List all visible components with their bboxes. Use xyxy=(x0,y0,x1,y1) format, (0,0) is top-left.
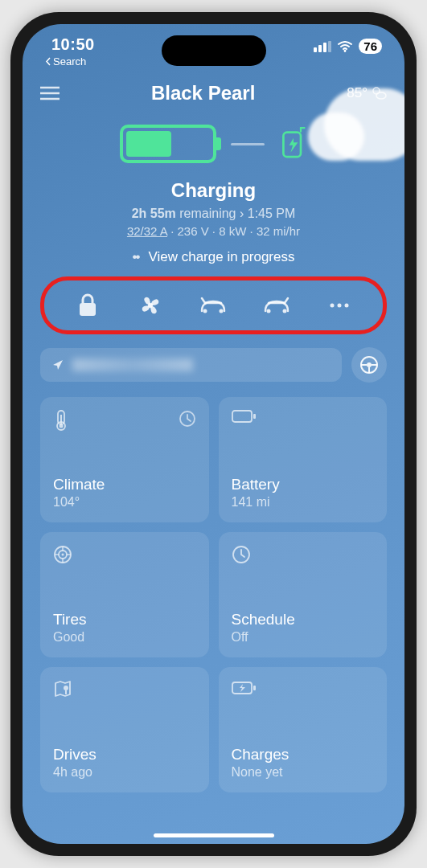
tires-tile[interactable]: Tires Good xyxy=(40,532,209,657)
trunk-button[interactable] xyxy=(253,288,300,323)
app-header: Black Pearl 85° xyxy=(23,68,404,113)
hamburger-icon xyxy=(40,86,60,100)
drives-tile[interactable]: Drives 4h ago xyxy=(40,667,209,792)
battery-percent: 76 xyxy=(363,39,377,53)
clock: 10:50 xyxy=(51,35,95,54)
remaining-label: remaining xyxy=(179,207,236,220)
battery-fill xyxy=(126,131,171,157)
charge-rate: 32 mi/hr xyxy=(257,224,300,238)
thermometer-icon xyxy=(53,410,69,431)
tile-value: 141 mi xyxy=(232,495,375,510)
charger-icon xyxy=(279,126,308,162)
more-icon xyxy=(329,302,350,309)
svg-point-21 xyxy=(367,362,372,367)
battery-tile[interactable]: Battery 141 mi xyxy=(219,397,388,522)
frunk-icon xyxy=(199,295,228,316)
tile-title: Tires xyxy=(53,611,196,628)
lock-button[interactable] xyxy=(64,288,111,323)
tile-title: Battery xyxy=(232,476,375,493)
svg-point-9 xyxy=(376,92,386,99)
tile-value: 4h ago xyxy=(53,765,196,780)
svg-rect-11 xyxy=(80,303,96,316)
svg-rect-30 xyxy=(232,411,252,422)
view-progress-label: View charge in progress xyxy=(148,249,294,265)
car-battery-icon xyxy=(120,125,216,163)
charge-cable-line xyxy=(231,143,265,145)
location-text-redacted xyxy=(72,358,193,371)
location-input[interactable] xyxy=(40,348,342,382)
view-charge-progress-button[interactable]: •• View charge in progress xyxy=(39,249,388,265)
climate-tile[interactable]: Climate 104° xyxy=(40,397,209,522)
svg-point-16 xyxy=(282,309,286,313)
dynamic-island xyxy=(162,35,266,66)
svg-point-34 xyxy=(62,554,64,556)
svg-point-27 xyxy=(60,424,64,428)
quick-actions-row xyxy=(47,280,380,331)
battery-icon xyxy=(232,410,256,423)
amperage: 32/32 A xyxy=(127,224,167,238)
tile-value: None yet xyxy=(232,765,375,780)
svg-point-17 xyxy=(330,304,334,308)
wifi-icon xyxy=(337,41,353,52)
trunk-icon xyxy=(262,295,291,316)
back-label: Search xyxy=(53,55,86,68)
tile-title: Schedule xyxy=(232,611,375,628)
svg-point-4 xyxy=(344,49,347,51)
frunk-button[interactable] xyxy=(190,288,236,323)
menu-button[interactable] xyxy=(40,86,60,100)
tile-value: 104° xyxy=(53,495,196,510)
phone-frame: 10:50 Search 76 Black Pearl 85° xyxy=(10,12,417,856)
climate-fan-button[interactable] xyxy=(127,288,174,323)
fan-icon xyxy=(138,293,162,317)
svg-rect-3 xyxy=(328,41,331,52)
home-indicator[interactable] xyxy=(154,833,274,837)
svg-point-19 xyxy=(344,304,348,308)
sun-cloud-icon xyxy=(371,85,387,101)
hours-remaining: 2h xyxy=(132,207,147,220)
cellular-icon xyxy=(314,41,331,52)
drive-button[interactable] xyxy=(351,347,387,383)
charging-status: Charging 2h 55m remaining › 1:45 PM 32/3… xyxy=(23,179,404,265)
power: 8 kW xyxy=(219,224,246,238)
tire-icon xyxy=(53,545,72,564)
chevron-left-icon xyxy=(45,57,51,66)
voltage: 236 V xyxy=(177,224,208,238)
charging-battery-icon xyxy=(232,680,256,696)
svg-rect-31 xyxy=(253,414,256,419)
back-to-search[interactable]: Search xyxy=(45,55,95,68)
svg-rect-1 xyxy=(318,45,322,52)
svg-point-18 xyxy=(337,304,341,308)
app-screen: 10:50 Search 76 Black Pearl 85° xyxy=(23,24,404,844)
svg-rect-0 xyxy=(314,47,317,52)
navigation-arrow-icon xyxy=(51,358,64,371)
eta-time: 1:45 PM xyxy=(248,207,296,220)
svg-rect-42 xyxy=(253,686,256,690)
svg-point-13 xyxy=(203,309,207,313)
tile-title: Climate xyxy=(53,476,196,493)
minutes-remaining: 55m xyxy=(150,207,176,220)
location-row xyxy=(40,347,387,383)
more-actions-button[interactable] xyxy=(316,288,363,323)
svg-point-40 xyxy=(64,686,68,690)
tile-title: Charges xyxy=(232,746,375,764)
time-remaining-row[interactable]: 2h 55m remaining › 1:45 PM xyxy=(39,207,388,221)
charges-tile[interactable]: Charges None yet xyxy=(219,667,388,792)
charge-stats-row[interactable]: 32/32 A · 236 V · 8 kW · 32 mi/hr xyxy=(39,224,388,238)
svg-point-15 xyxy=(266,309,270,313)
pager-dots-icon: •• xyxy=(133,249,139,265)
svg-rect-2 xyxy=(323,43,326,52)
temperature: 85° xyxy=(347,85,367,101)
svg-point-12 xyxy=(148,303,153,308)
schedule-tile[interactable]: Schedule Off xyxy=(219,532,388,657)
lock-icon xyxy=(77,293,98,317)
tile-value: Off xyxy=(232,630,375,645)
clock-icon xyxy=(232,545,251,564)
svg-point-14 xyxy=(220,309,224,313)
weather-display[interactable]: 85° xyxy=(347,85,387,101)
clock-icon xyxy=(179,410,196,428)
tile-value: Good xyxy=(53,630,196,645)
vehicle-title: Black Pearl xyxy=(151,82,255,104)
status-title: Charging xyxy=(39,179,388,202)
steering-wheel-icon xyxy=(359,355,379,375)
battery-indicator: 76 xyxy=(359,39,382,54)
